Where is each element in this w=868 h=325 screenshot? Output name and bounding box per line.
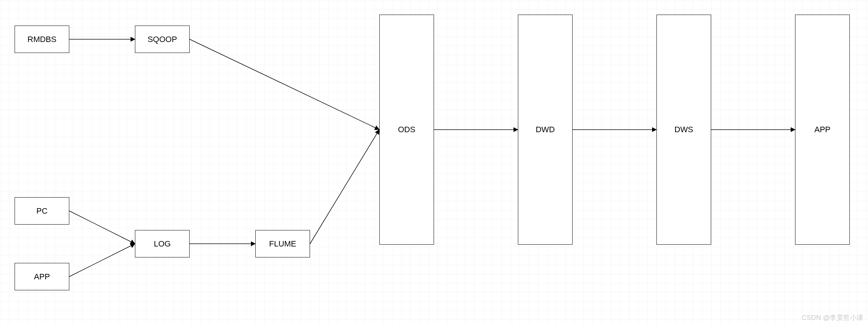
node-label: APP bbox=[34, 272, 50, 282]
node-label: RMDBS bbox=[27, 35, 56, 44]
node-label: DWS bbox=[674, 125, 693, 134]
watermark: CSDN @李昊哲小课 bbox=[802, 313, 864, 322]
node-label: DWD bbox=[536, 125, 555, 134]
node-dwd: DWD bbox=[518, 15, 573, 245]
node-app-src: APP bbox=[15, 263, 69, 290]
edge-layer bbox=[0, 0, 868, 325]
node-ods: ODS bbox=[379, 15, 434, 245]
node-label: PC bbox=[36, 206, 48, 216]
edge-app_src-to-log bbox=[69, 244, 135, 277]
node-label: SQOOP bbox=[148, 35, 177, 44]
node-log: LOG bbox=[135, 230, 190, 257]
node-pc: PC bbox=[15, 197, 69, 225]
node-rmdbs: RMDBS bbox=[15, 26, 69, 53]
node-label: FLUME bbox=[269, 239, 297, 249]
node-sqoop: SQOOP bbox=[135, 26, 190, 53]
edge-pc-to-log bbox=[69, 211, 135, 244]
edge-sqoop-to-ods bbox=[190, 39, 379, 130]
node-app-out: APP bbox=[795, 15, 850, 245]
node-label: ODS bbox=[398, 125, 415, 134]
node-dws: DWS bbox=[656, 15, 711, 245]
node-label: LOG bbox=[154, 239, 171, 249]
node-flume: FLUME bbox=[255, 230, 310, 257]
node-label: APP bbox=[814, 125, 830, 134]
edge-flume-to-ods bbox=[310, 130, 379, 244]
